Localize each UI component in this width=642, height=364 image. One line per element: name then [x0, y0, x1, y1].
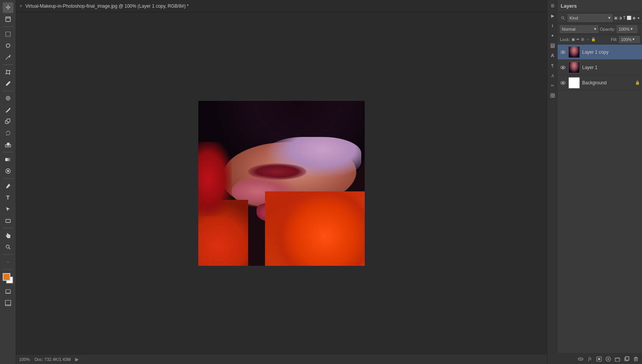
info-btn[interactable]: i	[548, 21, 557, 30]
hand-tool[interactable]	[3, 230, 13, 241]
change-screen-mode[interactable]	[3, 298, 13, 308]
svg-point-45	[562, 82, 564, 84]
filter-icon[interactable]	[560, 15, 566, 21]
svg-point-41	[562, 51, 564, 53]
zoom-tool[interactable]	[3, 242, 13, 252]
svg-rect-36	[551, 96, 552, 97]
layer-lock-icon: 🔒	[635, 81, 640, 85]
filter-shape-icon[interactable]: ⬜	[627, 16, 631, 20]
lock-all-icon[interactable]: 🔒	[591, 37, 596, 41]
svg-rect-37	[553, 96, 555, 97]
filter-smart-icon[interactable]: ◉	[632, 16, 636, 20]
tool-separator-2	[3, 64, 13, 65]
layer-visibility-toggle[interactable]	[560, 49, 566, 55]
filter-kind-dropdown[interactable]: Kind ▾	[568, 14, 612, 22]
clone-tool[interactable]	[3, 116, 13, 127]
type-tool[interactable]: T	[3, 192, 13, 203]
filter-toggle[interactable]: ●	[637, 16, 640, 20]
add-mask-btn[interactable]	[595, 355, 603, 363]
layer-row[interactable]: Layer 1	[558, 60, 642, 75]
lock-artboards-icon[interactable]: →	[586, 37, 589, 41]
filter-adjust-icon[interactable]: ◑	[619, 16, 622, 20]
color-swatches[interactable]	[3, 273, 13, 284]
status-bar: 100% Doc: 732.4K/1.43M ▶	[16, 354, 547, 364]
svg-rect-58	[634, 358, 637, 361]
opacity-label: Opacity:	[600, 27, 615, 31]
layers-filter-row: Kind ▾ ▣ ◑ T ⬜ ◉ ●	[558, 12, 642, 24]
paragraph-btn[interactable]: ¶	[548, 61, 557, 70]
lock-pixels-icon[interactable]: ▣	[571, 37, 575, 41]
svg-rect-2	[6, 32, 10, 36]
zoom-level: 100%	[19, 357, 30, 362]
svg-rect-0	[6, 17, 10, 21]
tool-separator-7	[3, 254, 13, 255]
scissors-btn[interactable]: ✂	[548, 81, 557, 90]
brush-tool[interactable]	[3, 105, 13, 115]
lock-transform-icon[interactable]: ⊞	[581, 37, 584, 41]
doc-size-label: Doc: 732.4K/1.43M	[35, 357, 71, 362]
history-brush-tool[interactable]	[3, 128, 13, 138]
layer-visibility-toggle[interactable]	[560, 80, 566, 86]
blend-mode-dropdown[interactable]: Normal ▾	[560, 25, 598, 33]
svg-point-22	[6, 245, 9, 248]
status-arrow[interactable]: ▶	[75, 357, 79, 362]
extras-tool[interactable]: ···	[3, 257, 13, 267]
burn-tool[interactable]	[3, 166, 13, 176]
text-btn[interactable]: A	[548, 51, 557, 60]
new-group-btn[interactable]	[614, 355, 621, 363]
tool-separator-1	[3, 26, 13, 27]
move-tool[interactable]	[3, 2, 13, 13]
svg-line-39	[563, 18, 565, 20]
marquee-tool[interactable]	[3, 29, 13, 40]
svg-rect-18	[5, 158, 11, 161]
icon-strip-panel: ▶ i ✦ A ¶ A ✂	[547, 0, 558, 364]
filter-icons: ▣ ◑ T ⬜ ◉	[614, 16, 636, 20]
fx-btn[interactable]: A	[548, 71, 557, 80]
pen-tool[interactable]	[3, 181, 13, 191]
tab-close-btn[interactable]: ✕	[19, 4, 22, 8]
left-toolbar: T ···	[0, 0, 16, 364]
svg-point-20	[7, 170, 9, 172]
lock-position-icon[interactable]: ✒	[576, 37, 579, 41]
magic-wand-tool[interactable]	[3, 52, 13, 63]
lock-label: Lock:	[560, 37, 570, 42]
layer-visibility-toggle[interactable]	[560, 64, 566, 71]
svg-rect-31	[551, 44, 555, 45]
layer-name: Layer 1 copy	[582, 49, 640, 55]
screen-mode-toggle[interactable]	[3, 286, 13, 297]
layers-panel: Layers Kind ▾ ▣ ◑ T ⬜ ◉ ● Normal ▾ Opaci…	[558, 0, 642, 364]
shape-tool[interactable]	[3, 215, 13, 226]
layers-icon-btn[interactable]	[548, 41, 557, 50]
new-layer-btn[interactable]	[623, 355, 630, 363]
svg-rect-17	[7, 143, 10, 146]
eraser-tool[interactable]	[3, 139, 13, 150]
filter-type-icon[interactable]: T	[623, 16, 626, 20]
tab-title: Virtual-Makeup-in-Photoshop-final_image.…	[25, 3, 189, 9]
new-adjustment-btn[interactable]	[604, 355, 612, 363]
grid-btn[interactable]	[548, 91, 557, 100]
panel-toggle-btn[interactable]	[548, 2, 557, 10]
layer-name: Background	[582, 80, 633, 86]
gradient-tool[interactable]	[3, 154, 13, 165]
link-layers-btn[interactable]	[577, 355, 584, 363]
layer-row[interactable]: Layer 1 copy	[558, 44, 642, 60]
layer-row[interactable]: Background 🔒	[558, 75, 642, 91]
tool-separator-3	[3, 91, 13, 91]
eyedropper-tool[interactable]	[3, 78, 13, 89]
filter-pixel-icon[interactable]: ▣	[614, 16, 617, 20]
heal-tool[interactable]	[3, 93, 13, 104]
star-btn[interactable]: ✦	[548, 31, 557, 40]
svg-line-3	[6, 57, 8, 59]
foreground-color-swatch[interactable]	[3, 273, 10, 281]
lasso-tool[interactable]	[3, 40, 13, 51]
canvas-area[interactable]	[16, 12, 547, 354]
play-btn[interactable]: ▶	[548, 12, 557, 20]
artboard-tool[interactable]	[3, 14, 13, 25]
layers-panel-header: Layers	[558, 0, 642, 12]
fx-btn[interactable]: fx	[586, 355, 594, 363]
opacity-input[interactable]: 100% ▾	[617, 25, 637, 33]
path-selection-tool[interactable]	[3, 204, 13, 214]
delete-layer-btn[interactable]	[632, 355, 640, 363]
crop-tool[interactable]	[3, 67, 13, 77]
fill-input[interactable]: 100% ▾	[619, 36, 640, 43]
